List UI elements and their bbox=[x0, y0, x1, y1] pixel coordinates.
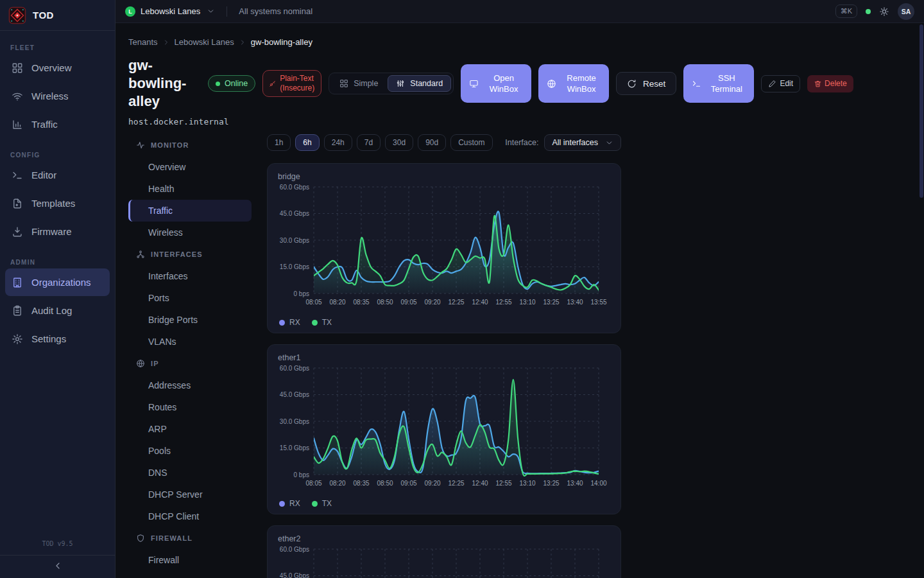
key-off-icon bbox=[269, 80, 276, 87]
time-range-7d[interactable]: 7d bbox=[357, 134, 381, 151]
subnav-item-dhcp-server[interactable]: DHCP Server bbox=[128, 484, 252, 505]
subnav-item-routes[interactable]: Routes bbox=[128, 396, 252, 418]
gear-icon bbox=[12, 333, 23, 345]
breadcrumb-tenant[interactable]: Lebowski Lanes bbox=[175, 37, 234, 47]
svg-text:12:25: 12:25 bbox=[448, 299, 464, 306]
sidebar-item-overview[interactable]: Overview bbox=[5, 54, 110, 82]
time-range-custom[interactable]: Custom bbox=[450, 134, 492, 151]
edit-button[interactable]: Edit bbox=[761, 75, 800, 92]
device-host: host.docker.internal bbox=[128, 117, 924, 127]
ssh-terminal-button[interactable]: SSH Terminal bbox=[683, 64, 754, 103]
online-status-badge: Online bbox=[208, 75, 255, 92]
subnav-item-pools[interactable]: Pools bbox=[128, 440, 252, 462]
terminal-icon bbox=[12, 170, 23, 181]
svg-text:13:55: 13:55 bbox=[590, 299, 606, 306]
sidebar-item-settings[interactable]: Settings bbox=[5, 325, 110, 353]
sidebar: TOD FLEETOverviewWirelessTrafficCONFIGEd… bbox=[0, 0, 116, 578]
sidebar-item-organizations[interactable]: Organizations bbox=[5, 268, 110, 296]
time-range-24h[interactable]: 24h bbox=[324, 134, 352, 151]
subnav-item-bridge-ports[interactable]: Bridge Ports bbox=[128, 309, 252, 331]
subnav-item-ports[interactable]: Ports bbox=[128, 287, 252, 309]
breadcrumb-tenants[interactable]: Tenants bbox=[128, 37, 158, 47]
svg-text:12:55: 12:55 bbox=[495, 299, 511, 306]
subnav-item-traffic[interactable]: Traffic bbox=[128, 200, 252, 222]
interface-filter: Interface: All interfaces bbox=[505, 134, 621, 151]
sidebar-section-fleet: FLEET bbox=[10, 44, 105, 51]
wifi-icon bbox=[12, 91, 23, 102]
subnav-item-health[interactable]: Health bbox=[128, 178, 252, 200]
subnav-item-interfaces[interactable]: Interfaces bbox=[128, 265, 252, 287]
subnav-item-dns[interactable]: DNS bbox=[128, 462, 252, 484]
tenant-switcher[interactable]: L Lebowski Lanes bbox=[125, 6, 215, 17]
topbar-divider bbox=[227, 6, 227, 17]
chart-title: ether1 bbox=[278, 353, 610, 362]
svg-text:12:40: 12:40 bbox=[472, 299, 488, 306]
sidebar-item-templates[interactable]: Templates bbox=[5, 189, 110, 217]
sidebar-item-label: Editor bbox=[31, 170, 56, 180]
grid-icon bbox=[339, 79, 348, 88]
sliders-icon bbox=[396, 79, 405, 88]
subnav-item-vlans[interactable]: VLANs bbox=[128, 331, 252, 353]
device-subnav: MONITOROverviewHealthTrafficWirelessINTE… bbox=[128, 134, 252, 578]
subnav-item-overview[interactable]: Overview bbox=[128, 156, 252, 178]
app-logo[interactable]: TOD bbox=[0, 0, 115, 31]
chevron-down-icon bbox=[207, 7, 215, 15]
view-mode-standard[interactable]: Standard bbox=[388, 75, 451, 92]
sidebar-item-label: Traffic bbox=[31, 119, 58, 130]
view-mode-simple[interactable]: Simple bbox=[331, 75, 386, 92]
theme-toggle-sun-icon[interactable] bbox=[879, 6, 889, 17]
svg-text:30.0 Gbps: 30.0 Gbps bbox=[280, 418, 309, 425]
time-range-6h[interactable]: 6h bbox=[295, 134, 319, 151]
subnav-item-wireless[interactable]: Wireless bbox=[128, 222, 252, 243]
globe-icon bbox=[136, 359, 145, 368]
sidebar-item-editor[interactable]: Editor bbox=[5, 161, 110, 189]
interface-select[interactable]: All interfaces bbox=[544, 134, 621, 151]
svg-text:13:10: 13:10 bbox=[519, 299, 535, 306]
subnav-item-arp[interactable]: ARP bbox=[128, 418, 252, 440]
command-palette-shortcut[interactable]: ⌘K bbox=[835, 4, 857, 18]
svg-text:08:35: 08:35 bbox=[353, 480, 369, 487]
sidebar-item-firmware[interactable]: Firmware bbox=[5, 218, 110, 245]
open-winbox-button[interactable]: Open WinBox bbox=[461, 64, 531, 103]
delete-button[interactable]: Delete bbox=[807, 75, 853, 92]
interface-select-value: All interfaces bbox=[552, 138, 598, 147]
sidebar-item-label: Templates bbox=[31, 198, 75, 209]
scrollbar-thumb[interactable] bbox=[920, 24, 923, 198]
chart-legend: RXTX bbox=[278, 499, 610, 508]
subnav-item-mangle[interactable]: Mangle bbox=[128, 571, 252, 578]
system-status-text: All systems nominal bbox=[239, 6, 312, 16]
app-version: TOD v9.5 bbox=[0, 540, 115, 555]
subnav-item-firewall[interactable]: Firewall bbox=[128, 549, 252, 571]
svg-text:13:40: 13:40 bbox=[567, 299, 583, 306]
svg-text:08:05: 08:05 bbox=[305, 299, 321, 306]
traffic-filters: 1h6h24h7d30d90dCustom Interface: All int… bbox=[267, 134, 621, 151]
main-content: Tenants Lebowski Lanes gw-bowling-alley … bbox=[116, 24, 924, 578]
sidebar-item-wireless[interactable]: Wireless bbox=[5, 82, 110, 110]
svg-text:13:10: 13:10 bbox=[519, 480, 535, 487]
time-range-group: 1h6h24h7d30d90dCustom bbox=[267, 134, 493, 151]
sidebar-collapse-button[interactable] bbox=[0, 555, 115, 578]
reset-button[interactable]: Reset bbox=[616, 72, 676, 95]
sidebar-item-traffic[interactable]: Traffic bbox=[5, 110, 110, 138]
traffic-panel: 1h6h24h7d30d90dCustom Interface: All int… bbox=[267, 134, 621, 578]
remote-winbox-button[interactable]: Remote WinBox bbox=[538, 64, 609, 103]
breadcrumb-device: gw-bowling-alley bbox=[251, 37, 312, 47]
user-avatar[interactable]: SA bbox=[898, 3, 914, 20]
time-range-1h[interactable]: 1h bbox=[267, 134, 291, 151]
svg-text:09:20: 09:20 bbox=[424, 299, 440, 306]
sidebar-item-label: Overview bbox=[31, 62, 72, 73]
sidebar-item-label: Audit Log bbox=[31, 305, 72, 316]
svg-text:08:50: 08:50 bbox=[377, 299, 393, 306]
subnav-section-label: IP bbox=[151, 360, 159, 367]
subnav-item-addresses[interactable]: Addresses bbox=[128, 374, 252, 396]
time-range-30d[interactable]: 30d bbox=[385, 134, 413, 151]
legend-rx-dot-icon bbox=[279, 501, 285, 507]
online-status-label: Online bbox=[225, 79, 248, 88]
chevron-right-icon bbox=[239, 39, 246, 46]
time-range-90d[interactable]: 90d bbox=[418, 134, 446, 151]
sidebar-item-audit-log[interactable]: Audit Log bbox=[5, 297, 110, 324]
download-icon bbox=[12, 226, 23, 238]
subnav-item-dhcp-client[interactable]: DHCP Client bbox=[128, 505, 252, 527]
svg-text:08:05: 08:05 bbox=[305, 480, 321, 487]
subnav-section-label: FIREWALL bbox=[151, 534, 193, 542]
